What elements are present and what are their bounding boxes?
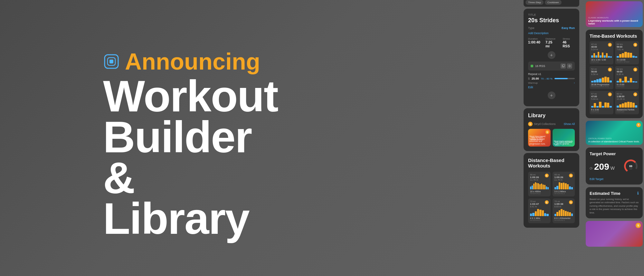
step-copy-button[interactable] <box>561 63 566 69</box>
edit-link[interactable]: Edit <box>528 86 575 89</box>
tb-item-6[interactable]: 80 mi 1:08:00 10.28 m S Avalanch <box>615 91 639 114</box>
step-rss: 16 RSS <box>535 64 559 68</box>
tb1-sublabel: FARTLEK <box>591 61 612 63</box>
tb5-stat1: 57 mi <box>591 92 598 95</box>
announcing-row: Announcing <box>103 50 290 73</box>
tb3-stat2: 50:00 <box>591 71 598 73</box>
di2-chart <box>554 182 573 189</box>
main-title: Workout Builder & Library <box>103 76 290 239</box>
stress-value: 46 RSS <box>563 40 575 48</box>
di1-sublabel: INTERVALS <box>530 193 549 195</box>
library-thumb-distance[interactable]: DISTANCE-BASED WO... Short track workout… <box>553 129 575 147</box>
distance-title: Distance-Based Workouts <box>528 157 575 168</box>
tb-item-4[interactable]: 54 km 49:00 8.36 m S 4 x 5:00 <box>615 66 639 89</box>
lib-tag-2: DISTANCE-BASED WO... <box>555 141 574 146</box>
di3-badge: S <box>545 200 549 204</box>
classic-workouts-thumb[interactable]: CLASSIC WORKOUTS Legendary workouts with… <box>586 1 643 27</box>
tb2-stat1: 84 km <box>617 43 623 46</box>
distance-workout-grid: 88 mi 1:09:26 11.76 m S <box>528 172 575 223</box>
di2-label: 3 X 2 Miles <box>554 190 573 193</box>
estimated-time-title: Estimated Time <box>590 191 620 196</box>
tb2-sublabel: TEMPO-SPEED <box>617 61 637 63</box>
power-gauge: 88 %CP <box>623 158 639 174</box>
distance-item-4[interactable]: 70 mi 1:09:38 8.65 m S <box>553 198 575 223</box>
edit-target-link[interactable]: Edit Target <box>590 177 639 181</box>
distance-item-1[interactable]: 88 mi 1:09:26 11.76 m S <box>528 172 551 196</box>
target-power-card: Target Power ⟳ 209 W 88 %CP Edit Target <box>586 148 643 185</box>
tb-item-1[interactable]: 42 mi 40:00 5.14 m S <box>590 41 613 64</box>
distance-value: 7.25 mi <box>545 40 557 48</box>
tb4-badge: S <box>633 68 637 71</box>
tb4-stat2: 49:00 <box>617 71 623 73</box>
tb1-label: 10 x 1:00 / 1:00 <box>591 59 612 61</box>
time-based-card: Time-Based Workouts 42 mi 40:00 5.14 m S <box>586 30 643 118</box>
stryd-badge: S <box>528 122 533 126</box>
announcement-area: Announcing Workout Builder & Library <box>0 0 290 276</box>
svg-rect-4 <box>563 65 565 67</box>
add-step-bottom-button[interactable]: + <box>548 91 555 99</box>
tb3-chart <box>591 77 612 82</box>
show-all-link[interactable]: Show All <box>564 122 575 126</box>
power-range: 70 – 80 % <box>541 77 553 80</box>
warmup-power-label: $ <box>528 77 530 80</box>
purple-thumb[interactable]: S <box>586 221 643 247</box>
cp-tests-thumb[interactable]: S CRITICAL POWER TESTS A collection of s… <box>586 121 643 145</box>
di2-stat3: 11.76 m <box>554 179 564 181</box>
lib-thumb-badge-1: S <box>545 130 549 134</box>
chevron-right-icon: › <box>574 81 575 84</box>
tb3-sublabel: PROGRESSION RUN <box>591 86 612 88</box>
workout-title: 20s Strides <box>528 17 575 24</box>
warmup-label: Warmup <box>528 81 538 84</box>
tb4-stat1: 54 km <box>617 68 623 71</box>
tb5-stat3: 5.34 m <box>591 98 598 100</box>
tb3-badge: S <box>608 68 612 71</box>
di4-sublabel: INTERVALS <box>554 219 573 221</box>
time-based-title: Time-Based Workouts <box>590 33 639 39</box>
di3-sublabel: INTERVALS <box>530 219 549 221</box>
distance-item-3[interactable]: 70 mi 1:03:47 8.41 m S 4 X 1 Mil <box>528 198 551 223</box>
tb4-sublabel: FARTLEK <box>617 86 637 88</box>
tb5-chart <box>591 102 612 108</box>
panel-col-mid: Three-Step Cooldown Title 20s Strides Ty… <box>522 0 581 276</box>
power-bar-fill <box>554 78 568 79</box>
tb-item-3[interactable]: 52 mi 50:00 8.58 m S 30:00 Progr <box>590 66 613 89</box>
svg-point-9 <box>571 66 571 66</box>
lib-tag-1: TIME-BASED WORKOUTS <box>531 137 549 141</box>
di4-badge: S <box>569 200 573 204</box>
tb-item-5[interactable]: 57 mi 47:00 5.34 m S 6 x 3:00 <box>590 91 613 114</box>
svg-text:%CP: %CP <box>629 168 632 170</box>
tb5-badge: S <box>608 92 612 96</box>
duration-label: Duration <box>528 37 540 40</box>
workout-builder-card: Title 20s Strides Type Easy Run Add Desc… <box>524 9 579 106</box>
tb2-stat2: 59:00 <box>617 46 623 48</box>
di1-badge: S <box>545 174 549 177</box>
library-section-label: Stryd Collections <box>534 122 556 126</box>
type-label: Type <box>528 26 535 30</box>
add-description-link[interactable]: Add Description <box>528 32 575 35</box>
distance-item-2[interactable]: 95 mi 1:09:26 11.76 m S <box>553 172 575 196</box>
tb4-label: 4 x 5:00 <box>617 83 637 86</box>
type-value: Easy Run <box>562 26 575 30</box>
tb5-label: 6 x 3:00 <box>591 109 612 111</box>
tb6-chart <box>617 102 637 108</box>
di1-label: 10 x 400m <box>530 190 549 193</box>
tb6-stat2: 1:08:00 <box>617 95 625 98</box>
tb-item-2[interactable]: 84 km 59:00 7.61 m S 3 x 10:00 <box>615 41 639 64</box>
svg-point-8 <box>568 66 569 66</box>
chip-cooldown: Cooldown <box>545 0 562 5</box>
target-power-w: W <box>611 166 615 171</box>
di4-label: 8 X 1 Kilometer <box>554 217 573 219</box>
tb4-chart <box>617 77 637 82</box>
di1-stat2: 1:09:26 <box>530 176 539 179</box>
di2-sublabel: INTERVALS <box>554 193 573 195</box>
tb2-stat3: 7.61 m <box>617 48 623 51</box>
add-step-button[interactable]: + <box>548 51 555 59</box>
svg-text:88: 88 <box>629 165 632 168</box>
library-thumb-time[interactable]: S TIME-BASED WORKOUTS Short time-based f… <box>528 129 551 147</box>
cp-tag: CRITICAL POWER TESTS <box>588 138 640 139</box>
estimated-time-info-icon: ℹ <box>637 191 639 195</box>
step-settings-button[interactable] <box>567 63 572 69</box>
warmup-power-value: 25.00 <box>532 77 539 80</box>
chip-three-step: Three-Step <box>526 0 544 5</box>
tb3-stat3: 8.58 m <box>591 73 598 76</box>
